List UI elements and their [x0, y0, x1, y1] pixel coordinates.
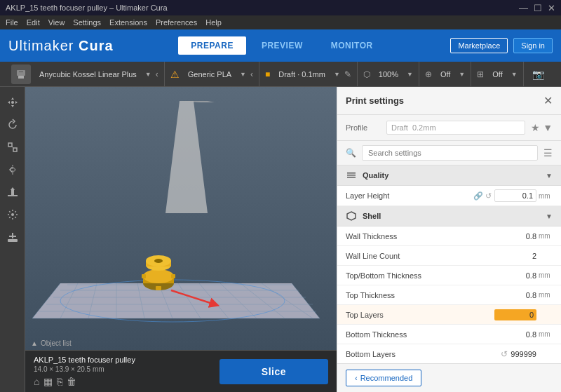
tab-prepare[interactable]: PREPARE	[178, 36, 246, 55]
settings-close-btn[interactable]: ✕	[543, 94, 553, 107]
reset-icon[interactable]: ↺	[485, 191, 492, 201]
profile-input[interactable]	[386, 121, 525, 135]
edit-profile-icon[interactable]: ✎	[344, 69, 351, 79]
material-chevron[interactable]: ▼	[240, 71, 246, 78]
bottom-layers-reset[interactable]: ↺	[501, 349, 508, 359]
top-thickness-unit: mm	[539, 291, 553, 299]
window-controls[interactable]: — ☐ ✕	[519, 3, 555, 13]
top-bottom-thickness-value: 0.8	[526, 271, 536, 280]
quality-section-title: Quality	[363, 171, 388, 180]
svg-marker-10	[11, 187, 15, 190]
slice-area: Slice	[219, 359, 328, 384]
minimize-btn[interactable]: —	[519, 3, 528, 13]
material-nav-prev[interactable]: ‹	[250, 69, 253, 79]
slice-button[interactable]: Slice	[219, 359, 328, 384]
menu-file[interactable]: File	[6, 18, 18, 27]
svg-rect-9	[11, 189, 14, 195]
maximize-btn[interactable]: ☐	[534, 3, 542, 13]
wall-thickness-unit: mm	[539, 232, 553, 240]
svg-rect-44	[156, 286, 161, 290]
settings-tool-btn[interactable]	[3, 205, 22, 224]
title-bar: AKLP_15 teeth focuser pulley – Ultimaker…	[0, 0, 561, 15]
add-tool-btn[interactable]	[3, 227, 22, 247]
layer-height-row: Layer Height 🔗 ↺ mm	[337, 186, 561, 206]
scale-tool-btn[interactable]	[3, 137, 22, 157]
menu-edit[interactable]: Edit	[27, 18, 40, 27]
profile-star-btn[interactable]: ★	[531, 122, 540, 133]
mirror-tool-btn[interactable]	[3, 160, 22, 180]
object-list-chevron[interactable]: ▲	[31, 339, 38, 347]
object-list-label: ▲ Object list	[31, 339, 72, 347]
shell-chevron-icon: ▼	[546, 212, 553, 220]
layer-height-input[interactable]	[494, 189, 536, 202]
profile-chevron[interactable]: ▼	[334, 71, 340, 78]
bottom-thickness-label: Bottom Thickness	[346, 330, 526, 339]
menu-settings[interactable]: Settings	[73, 18, 101, 27]
close-btn[interactable]: ✕	[548, 3, 555, 13]
svg-point-40	[143, 269, 174, 283]
bottom-layers-row: Bottom Layers ↺ 999999	[337, 344, 561, 363]
support2-chevron[interactable]: ▼	[511, 71, 518, 78]
printer-nav-prev[interactable]: ‹	[156, 69, 158, 79]
marketplace-button[interactable]: Marketplace	[450, 38, 508, 53]
header: Ultimaker Cura PREPARE PREVIEW MONITOR M…	[0, 29, 561, 62]
menu-extensions[interactable]: Extensions	[109, 18, 147, 27]
object-name: AKLP_15 teeth focuser pulley	[34, 356, 135, 364]
shell-section-icon	[346, 210, 357, 222]
printer-name[interactable]: Anycubic Kossel Linear Plus	[35, 69, 141, 80]
material-name[interactable]: Generic PLA	[184, 69, 236, 80]
menu-view[interactable]: View	[48, 18, 65, 27]
top-bottom-thickness-row: Top/Bottom Thickness 0.8 mm	[337, 266, 561, 285]
camera-icon[interactable]: 📷	[529, 67, 547, 81]
tab-monitor[interactable]: MONITOR	[318, 36, 386, 55]
recommended-label: Recommended	[360, 374, 413, 382]
top-thickness-value: 0.8	[526, 291, 536, 299]
support-tool-btn[interactable]	[3, 182, 22, 202]
settings-menu-icon[interactable]: ☰	[543, 147, 553, 158]
3d-viewport[interactable]: ▲ Object list AKLP_15 teeth focuser pull…	[25, 87, 337, 392]
recommended-button[interactable]: ‹ Recommended	[346, 370, 421, 386]
header-actions: Marketplace Sign in	[450, 38, 553, 53]
top-layers-input[interactable]	[494, 309, 536, 320]
support2-section: ⊞ Off ▼	[471, 62, 523, 86]
signin-button[interactable]: Sign in	[513, 38, 553, 53]
menu-help[interactable]: Help	[205, 18, 222, 27]
search-input[interactable]	[362, 145, 538, 161]
printer-section: Anycubic Kossel Linear Plus ▼ ‹	[6, 62, 165, 86]
obj-grid-icon[interactable]: ▦	[43, 376, 53, 387]
support2-value[interactable]: Off	[488, 69, 506, 80]
window-title: AKLP_15 teeth focuser pulley – Ultimaker…	[6, 4, 168, 12]
shell-section-header[interactable]: Shell ▼	[337, 206, 561, 227]
svg-point-11	[11, 213, 14, 216]
quality-value[interactable]: 100%	[374, 69, 403, 80]
rotate-tool-btn[interactable]	[3, 115, 22, 135]
profile-dropdown-btn[interactable]: ▼	[543, 122, 553, 133]
quality-section-left: Quality	[346, 170, 388, 181]
settings-footer: ‹ Recommended	[337, 363, 561, 392]
top-bottom-thickness-label: Top/Bottom Thickness	[346, 271, 526, 280]
support1-value[interactable]: Off	[436, 69, 454, 80]
tab-preview[interactable]: PREVIEW	[249, 36, 316, 55]
support1-chevron[interactable]: ▼	[459, 71, 465, 78]
bottom-thickness-unit: mm	[539, 330, 553, 338]
bottom-layers-value: 999999	[511, 350, 536, 358]
quality-chevron[interactable]: ▼	[407, 71, 413, 78]
layer-height-icons: 🔗 ↺	[473, 191, 492, 201]
svg-rect-8	[8, 195, 18, 196]
settings-content: Quality ▼ Layer Height 🔗 ↺ mm	[337, 165, 561, 363]
printer-chevron[interactable]: ▼	[145, 71, 151, 78]
menu-preferences[interactable]: Preferences	[156, 18, 197, 27]
obj-delete-icon[interactable]: 🗑	[67, 376, 76, 387]
svg-rect-4	[8, 143, 12, 147]
svg-rect-42	[171, 274, 175, 278]
recommended-chevron: ‹	[355, 374, 358, 382]
svg-rect-0	[17, 70, 25, 76]
settings-title: Print settings	[346, 95, 404, 106]
move-tool-btn[interactable]	[3, 93, 22, 112]
link-icon[interactable]: 🔗	[473, 191, 483, 201]
obj-home-icon[interactable]: ⌂	[34, 376, 39, 387]
header-tabs: PREPARE PREVIEW MONITOR	[178, 36, 385, 55]
obj-copy-icon[interactable]: ⎘	[57, 376, 62, 387]
quality-section-header[interactable]: Quality ▼	[337, 165, 561, 186]
profile-display[interactable]: Draft · 0.1mm	[274, 69, 330, 80]
